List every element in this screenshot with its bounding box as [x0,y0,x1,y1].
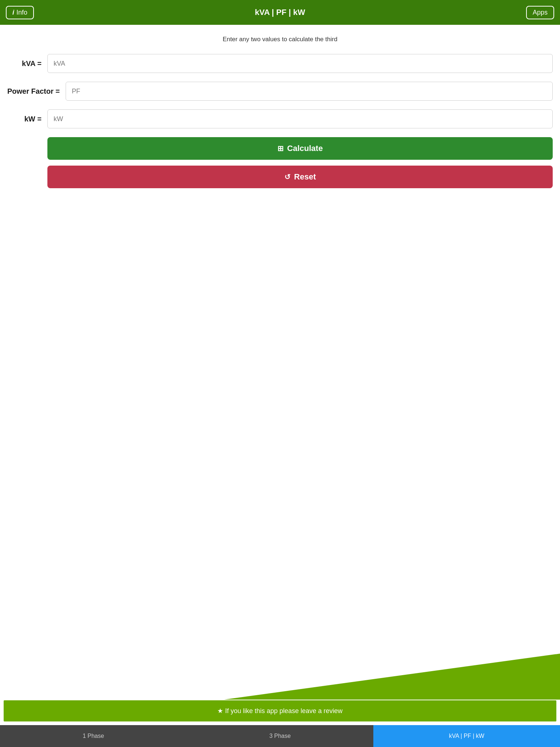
kw-label: kW = [7,115,47,123]
review-bar[interactable]: ★ If you like this app please leave a re… [3,700,557,722]
calculator-icon: ⊞ [277,144,284,153]
reset-button[interactable]: ↺ Reset [47,166,553,188]
nav-1phase-label: 1 Phase [83,733,104,739]
nav-1phase[interactable]: 1 Phase [0,725,187,747]
calculate-button[interactable]: ⊞ Calculate [47,137,553,160]
review-bar-text: ★ If you like this app please leave a re… [217,707,342,715]
nav-3phase[interactable]: 3 Phase [187,725,373,747]
info-button[interactable]: i Info [6,6,34,19]
reset-icon: ↺ [284,173,291,181]
nav-kva-pf-kw[interactable]: kVA | PF | kW [373,725,560,747]
reset-label: Reset [294,172,316,182]
kva-label: kVA = [7,59,47,68]
pf-label: Power Factor = [7,87,66,96]
diagonal-decoration [0,634,560,700]
pf-row: Power Factor = [7,82,553,101]
kw-row: kW = [7,109,553,128]
info-icon: i [12,9,14,16]
calculate-label: Calculate [287,144,323,153]
bottom-area: ★ If you like this app please leave a re… [0,634,560,725]
apps-label: Apps [533,9,548,16]
apps-button[interactable]: Apps [526,6,554,19]
kva-input[interactable] [47,54,553,73]
pf-input[interactable] [66,82,553,101]
info-label: Info [16,9,27,16]
kw-input[interactable] [47,109,553,128]
nav-kva-pf-kw-label: kVA | PF | kW [449,733,485,739]
kva-row: kVA = [7,54,553,73]
main-content: Enter any two values to calculate the th… [0,25,560,634]
bottom-nav: 1 Phase 3 Phase kVA | PF | kW [0,725,560,747]
app-header: i Info kVA | PF | kW Apps [0,0,560,25]
app-title: kVA | PF | kW [34,8,526,17]
nav-3phase-label: 3 Phase [269,733,291,739]
subtitle: Enter any two values to calculate the th… [7,36,553,43]
